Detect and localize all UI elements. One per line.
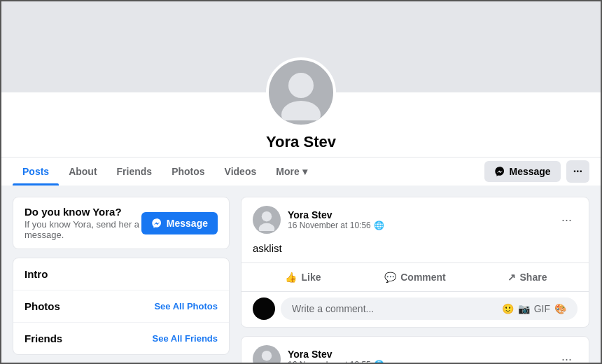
like-icon: 👍 <box>285 272 297 283</box>
avatar <box>266 57 336 127</box>
post-1-content: asklist <box>241 239 589 262</box>
photos-section: Photos See All Photos <box>13 290 229 323</box>
avatar-container <box>1 57 601 127</box>
post-2-header: Yora Stev 16 November at 10:55 🌐 ··· <box>241 337 589 364</box>
intro-section: Intro <box>13 258 229 290</box>
post-2-meta: 16 November at 10:55 🌐 <box>288 360 384 364</box>
svg-point-4 <box>262 351 272 360</box>
svg-point-3 <box>259 223 274 231</box>
camera-icon[interactable]: 📷 <box>518 303 530 314</box>
globe-icon: 🌐 <box>374 220 384 230</box>
post-1-options-button[interactable]: ··· <box>556 210 578 230</box>
know-banner-heading: Do you know Yora? <box>24 206 141 218</box>
post-2-author: Yora Stev 16 November at 10:55 🌐 <box>253 345 384 364</box>
gif-icon[interactable]: GIF <box>534 303 550 314</box>
sections-card: Intro Photos See All Photos Friends See … <box>13 258 230 355</box>
post-1-header: Yora Stev 16 November at 10:56 🌐 ··· <box>241 197 589 239</box>
comment-input-wrap[interactable]: Write a comment... 🙂 📷 GIF 🎨 <box>281 298 578 320</box>
messenger-icon-banner <box>151 218 162 229</box>
comment-icon: 💬 <box>384 272 396 283</box>
know-banner: Do you know Yora? If you know Yora, send… <box>13 197 230 249</box>
svg-point-0 <box>288 73 314 98</box>
right-column: Yora Stev 16 November at 10:56 🌐 ··· ask… <box>241 197 589 364</box>
tab-posts[interactable]: Posts <box>13 158 59 186</box>
know-banner-text: Do you know Yora? If you know Yora, send… <box>24 206 141 240</box>
see-all-photos-link[interactable]: See All Photos <box>154 301 218 312</box>
post-1-avatar <box>253 206 281 234</box>
post-2-author-info: Yora Stev 16 November at 10:55 🌐 <box>288 349 384 364</box>
post-card-1: Yora Stev 16 November at 10:56 🌐 ··· ask… <box>241 197 589 328</box>
svg-point-1 <box>281 101 321 120</box>
globe-icon-2: 🌐 <box>374 360 384 364</box>
svg-point-2 <box>262 211 272 221</box>
comment-emoji-icons: 🙂 📷 GIF 🎨 <box>502 303 566 314</box>
share-icon: ↗ <box>507 272 516 283</box>
emoji-icon[interactable]: 🙂 <box>502 303 514 314</box>
message-button-banner[interactable]: Message <box>141 212 218 234</box>
tab-friends[interactable]: Friends <box>107 158 162 186</box>
post-1-author-info: Yora Stev 16 November at 10:56 🌐 <box>288 209 384 230</box>
tab-more[interactable]: More ▾ <box>266 158 316 186</box>
profile-card: Yora Stev Posts About Friends Photos Vid… <box>1 57 601 186</box>
post-1-meta: 16 November at 10:56 🌐 <box>288 220 384 230</box>
profile-name: Yora Stev <box>1 133 601 151</box>
friends-section: Friends See All Friends <box>13 323 229 354</box>
post-1-author-name[interactable]: Yora Stev <box>288 209 384 220</box>
tab-about[interactable]: About <box>59 158 106 186</box>
intro-label: Intro <box>24 268 48 280</box>
more-options-button[interactable]: ··· <box>566 160 589 183</box>
message-button-header[interactable]: Message <box>484 161 561 182</box>
post-card-2: Yora Stev 16 November at 10:55 🌐 ··· <box>241 336 589 364</box>
post-2-avatar <box>253 345 281 364</box>
friends-label: Friends <box>24 332 62 344</box>
comment-placeholder-text: Write a comment... <box>292 303 374 314</box>
post-2-author-name[interactable]: Yora Stev <box>288 349 384 360</box>
sticker-icon[interactable]: 🎨 <box>554 303 566 314</box>
see-all-friends-link[interactable]: See All Friends <box>153 333 218 344</box>
comment-area: Write a comment... 🙂 📷 GIF 🎨 <box>241 291 589 327</box>
post-1-actions: 👍 Like 💬 Comment ↗ Share <box>241 262 589 291</box>
tab-photos[interactable]: Photos <box>162 158 214 186</box>
know-banner-subtext: If you know Yora, send her a message. <box>24 219 141 240</box>
like-button[interactable]: 👍 Like <box>247 266 359 288</box>
main-content: Do you know Yora? If you know Yora, send… <box>1 186 601 364</box>
tab-videos[interactable]: Videos <box>215 158 267 186</box>
chevron-down-icon: ▾ <box>302 166 307 177</box>
comment-avatar <box>253 298 275 320</box>
post-1-author: Yora Stev 16 November at 10:56 🌐 <box>253 206 384 234</box>
comment-button[interactable]: 💬 Comment <box>359 266 471 288</box>
post-2-options-button[interactable]: ··· <box>556 349 578 365</box>
share-button[interactable]: ↗ Share <box>471 266 583 288</box>
messenger-icon-header <box>494 166 505 177</box>
nav-tabs-bar: Posts About Friends Photos Videos More ▾… <box>1 157 601 186</box>
photos-label: Photos <box>24 300 60 312</box>
left-column: Do you know Yora? If you know Yora, send… <box>13 197 230 364</box>
